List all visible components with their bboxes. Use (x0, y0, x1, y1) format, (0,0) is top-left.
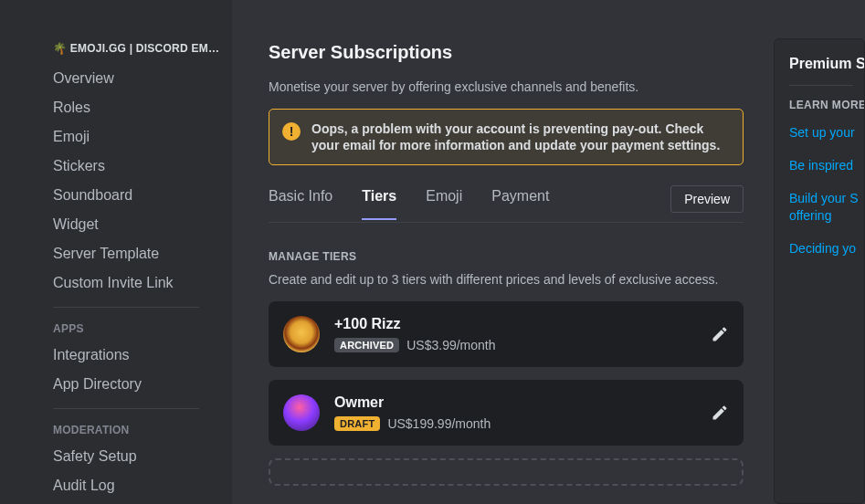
tier-price: US$199.99/month (387, 416, 491, 431)
right-help-panel: Premium S LEARN MORE Set up your Be insp… (774, 38, 865, 504)
tier-name: +100 Rizz (334, 316, 696, 332)
preview-button[interactable]: Preview (670, 185, 744, 213)
right-panel-divider (789, 85, 853, 86)
alert-text-link[interactable]: update your payment settings. (534, 138, 720, 152)
right-panel-title: Premium S (789, 56, 864, 72)
main-content: Server Subscriptions Monetise your serve… (232, 0, 774, 504)
sidebar-item-emoji[interactable]: Emoji (53, 122, 223, 152)
sidebar-item-custom-invite-link[interactable]: Custom Invite Link (53, 268, 223, 298)
help-link[interactable]: Deciding yo (789, 240, 864, 257)
tier-card[interactable]: +100 Rizz ARCHIVED US$3.99/month (269, 301, 744, 367)
pencil-icon[interactable] (711, 404, 729, 422)
tier-badge-draft: DRAFT (334, 416, 380, 431)
tier-info: +100 Rizz ARCHIVED US$3.99/month (334, 316, 696, 352)
help-link[interactable]: Set up your (789, 124, 864, 141)
sidebar-item-app-directory[interactable]: App Directory (53, 370, 223, 399)
tab-tiers[interactable]: Tiers (362, 188, 396, 219)
tier-name: Owmer (334, 394, 696, 411)
tab-bar: Basic Info Tiers Emoji Payment Preview (269, 185, 744, 223)
tier-badge-archived: ARCHIVED (334, 338, 399, 352)
sidebar-item-overview[interactable]: Overview (53, 64, 223, 93)
sidebar-server-name: 🌴 EMOJI.GG | DISCORD EM… (53, 42, 223, 55)
alert-text: Oops, a problem with your account is pre… (311, 121, 730, 153)
add-tier-placeholder[interactable] (269, 458, 744, 486)
right-panel-heading: LEARN MORE (789, 99, 864, 111)
manage-tiers-desc: Create and edit up to 3 tiers with diffe… (269, 272, 737, 287)
tier-info: Owmer DRAFT US$199.99/month (334, 394, 696, 431)
tab-emoji[interactable]: Emoji (426, 188, 462, 219)
sidebar-item-server-template[interactable]: Server Template (53, 239, 223, 268)
sidebar-heading-moderation: MODERATION (53, 418, 223, 442)
warning-icon: ! (282, 122, 301, 141)
tier-avatar (283, 394, 320, 431)
tier-price: US$3.99/month (406, 338, 495, 352)
sidebar-item-safety-setup[interactable]: Safety Setup (53, 442, 223, 471)
sidebar-item-integrations[interactable]: Integrations (53, 341, 223, 370)
tier-meta: ARCHIVED US$3.99/month (334, 338, 696, 352)
pencil-icon[interactable] (711, 325, 729, 343)
help-link[interactable]: Build your S offering (789, 190, 864, 223)
help-link[interactable]: Be inspired (789, 157, 864, 173)
sidebar-divider (53, 408, 199, 409)
settings-sidebar: 🌴 EMOJI.GG | DISCORD EM… Overview Roles … (0, 0, 232, 504)
sidebar-heading-apps: APPS (53, 317, 223, 341)
sidebar-item-audit-log[interactable]: Audit Log (53, 471, 223, 500)
tab-payment[interactable]: Payment (491, 188, 549, 219)
tab-basic-info[interactable]: Basic Info (269, 188, 332, 219)
page-title: Server Subscriptions (269, 42, 737, 63)
sidebar-item-stickers[interactable]: Stickers (53, 152, 223, 181)
manage-tiers-heading: MANAGE TIERS (269, 250, 737, 263)
tier-card[interactable]: Owmer DRAFT US$199.99/month (269, 380, 744, 446)
tier-meta: DRAFT US$199.99/month (334, 416, 696, 431)
tier-avatar (283, 316, 320, 352)
sidebar-item-soundboard[interactable]: Soundboard (53, 181, 223, 210)
sidebar-divider (53, 307, 199, 308)
sidebar-item-roles[interactable]: Roles (53, 93, 223, 122)
payout-alert: ! Oops, a problem with your account is p… (269, 109, 744, 165)
sidebar-item-widget[interactable]: Widget (53, 210, 223, 239)
page-subtitle: Monetise your server by offering exclusi… (269, 79, 737, 94)
